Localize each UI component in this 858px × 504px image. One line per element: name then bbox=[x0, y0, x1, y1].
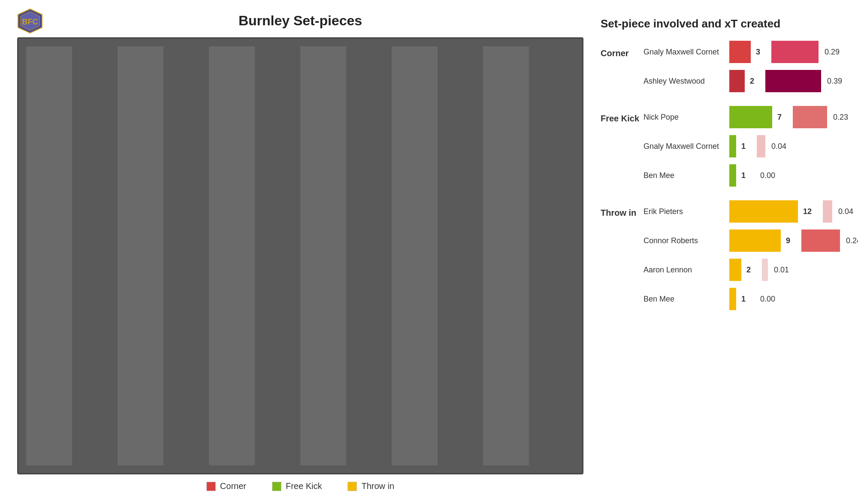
count-bar-fk-gnaly bbox=[729, 135, 736, 157]
player-benmee-ti: Ben Mee bbox=[644, 295, 729, 304]
player-ashley: Ashley Westwood bbox=[644, 77, 729, 86]
chart-row-fk-nick: Free Kick Nick Pope 7 0.23 bbox=[601, 104, 841, 130]
count-bar-corner-gnaly bbox=[729, 41, 751, 63]
xt-val-fk-nick: 0.23 bbox=[833, 113, 848, 122]
xt-val-ti-connor: 0.24 bbox=[846, 236, 858, 245]
page-title: Burnley Set-pieces bbox=[239, 13, 362, 29]
xt-bar-ti-aaron bbox=[762, 259, 768, 281]
chart-row-fk-gnaly: Gnaly Maxwell Cornet 1 0.04 bbox=[601, 133, 841, 159]
freekick-section: Free Kick Nick Pope 7 0.23 Gnaly bbox=[601, 104, 841, 192]
legend-freekick: Free Kick bbox=[272, 481, 322, 491]
legend-corner: Corner bbox=[206, 481, 246, 491]
bar-area-ti-erik: 12 0.04 bbox=[729, 200, 853, 223]
xt-bar-ti-erik bbox=[823, 200, 832, 223]
player-aaron: Aaron Lennon bbox=[644, 266, 729, 275]
corner-section: Corner Gnaly Maxwell Cornet 3 0.29 bbox=[601, 39, 841, 97]
svg-text:BFC: BFC bbox=[22, 18, 38, 26]
main-container: BFC Burnley Set-pieces bbox=[0, 0, 858, 504]
xt-val-corner-ashley: 0.39 bbox=[827, 77, 842, 86]
count-bar-ti-aaron bbox=[729, 259, 741, 281]
pitch-inner bbox=[26, 46, 574, 465]
count-fk-nick: 7 bbox=[777, 113, 782, 122]
pitch-stripes bbox=[26, 46, 574, 465]
count-bar-ti-erik bbox=[729, 200, 798, 223]
bar-area-ti-aaron: 2 0.01 bbox=[729, 259, 841, 281]
player-connor: Connor Roberts bbox=[644, 236, 729, 245]
xt-bar-fk-gnaly bbox=[757, 135, 765, 157]
count-fk-gnaly: 1 bbox=[741, 142, 746, 151]
chart-row-ti-connor: Connor Roberts 9 0.24 bbox=[601, 228, 841, 254]
bar-area-ti-benmee: 1 0.00 bbox=[729, 288, 841, 310]
legend-throwin-label: Throw in bbox=[361, 481, 394, 491]
player-benmee-fk: Ben Mee bbox=[644, 171, 729, 180]
player-erik: Erik Pieters bbox=[644, 207, 729, 216]
chart-row-corner-ashley: Ashley Westwood 2 0.39 bbox=[601, 68, 841, 94]
chart-row-fk-benmee: Ben Mee 1 0.00 bbox=[601, 163, 841, 188]
chart-row-ti-erik: Throw in Erik Pieters 12 0.04 bbox=[601, 199, 841, 224]
xt-val-ti-benmee: 0.00 bbox=[760, 295, 775, 304]
throwin-section-label: Throw in bbox=[601, 205, 644, 218]
count-corner-gnaly: 3 bbox=[756, 48, 760, 57]
left-panel: BFC Burnley Set-pieces bbox=[17, 13, 583, 491]
count-ti-aaron: 2 bbox=[746, 266, 751, 275]
xt-val-fk-gnaly: 0.04 bbox=[771, 142, 786, 151]
bar-area-corner-gnaly: 3 0.29 bbox=[729, 41, 841, 63]
freekick-section-label: Free Kick bbox=[601, 111, 644, 124]
legend: Corner Free Kick Throw in bbox=[17, 481, 583, 491]
header-area: BFC Burnley Set-pieces bbox=[17, 13, 583, 29]
legend-freekick-box bbox=[272, 482, 281, 491]
count-bar-fk-benmee bbox=[729, 164, 736, 187]
count-bar-ti-connor bbox=[729, 229, 781, 252]
bar-area-ti-connor: 9 0.24 bbox=[729, 229, 858, 252]
xt-bar-ti-connor bbox=[801, 229, 840, 252]
xt-val-fk-benmee: 0.00 bbox=[760, 171, 775, 180]
count-ti-erik: 12 bbox=[803, 207, 812, 216]
count-ti-connor: 9 bbox=[786, 236, 790, 245]
legend-freekick-label: Free Kick bbox=[286, 481, 322, 491]
chart-row-ti-aaron: Aaron Lennon 2 0.01 bbox=[601, 257, 841, 283]
right-panel-title: Set-piece involved and xT created bbox=[601, 17, 841, 30]
xt-val-ti-aaron: 0.01 bbox=[774, 266, 789, 275]
bar-area-corner-ashley: 2 0.39 bbox=[729, 70, 842, 92]
count-ti-benmee: 1 bbox=[741, 295, 746, 304]
bar-area-fk-nick: 7 0.23 bbox=[729, 106, 848, 128]
chart-row-ti-benmee: Ben Mee 1 0.00 bbox=[601, 286, 841, 312]
player-gnaly-corner: Gnaly Maxwell Cornet bbox=[644, 48, 729, 57]
pitch-container bbox=[17, 37, 583, 474]
bar-area-fk-gnaly: 1 0.04 bbox=[729, 135, 841, 157]
legend-throwin: Throw in bbox=[347, 481, 394, 491]
xt-bar-corner-gnaly bbox=[771, 41, 819, 63]
player-gnaly-fk: Gnaly Maxwell Cornet bbox=[644, 142, 729, 151]
count-bar-fk-nick bbox=[729, 106, 772, 128]
xt-bar-corner-ashley bbox=[765, 70, 821, 92]
club-logo: BFC bbox=[17, 8, 43, 34]
count-fk-benmee: 1 bbox=[741, 171, 746, 180]
xt-val-corner-gnaly: 0.29 bbox=[825, 48, 840, 57]
chart-section: Corner Gnaly Maxwell Cornet 3 0.29 bbox=[601, 39, 841, 318]
xt-val-ti-erik: 0.04 bbox=[838, 207, 853, 216]
count-bar-corner-ashley bbox=[729, 70, 745, 92]
legend-corner-label: Corner bbox=[220, 481, 246, 491]
chart-row-corner-gnaly: Corner Gnaly Maxwell Cornet 3 0.29 bbox=[601, 39, 841, 65]
player-nick-pope: Nick Pope bbox=[644, 113, 729, 122]
count-corner-ashley: 2 bbox=[750, 77, 754, 86]
bar-area-fk-benmee: 1 0.00 bbox=[729, 164, 841, 187]
xt-bar-fk-nick bbox=[793, 106, 827, 128]
legend-throwin-box bbox=[347, 482, 357, 491]
corner-section-label: Corner bbox=[601, 46, 644, 58]
legend-corner-box bbox=[206, 482, 216, 491]
count-bar-ti-benmee bbox=[729, 288, 736, 310]
right-panel: Set-piece involved and xT created Corner… bbox=[601, 13, 841, 491]
throwin-section: Throw in Erik Pieters 12 0.04 Con bbox=[601, 199, 841, 315]
